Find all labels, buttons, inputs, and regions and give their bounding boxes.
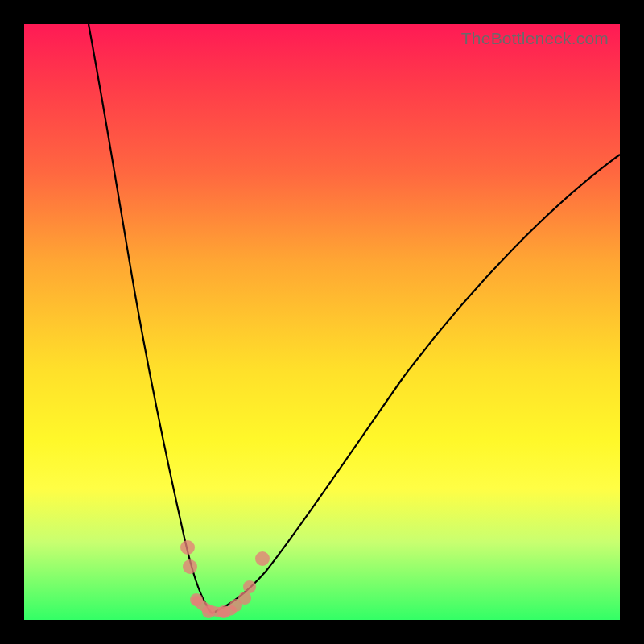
- marker-dot: [217, 605, 230, 618]
- marker-layer: [180, 540, 270, 618]
- marker-dot: [183, 559, 197, 574]
- marker-dot: [238, 592, 251, 605]
- left-branch-curve: [89, 24, 212, 613]
- chart-svg: [24, 24, 620, 620]
- chart-plot-area: TheBottleneck.com: [24, 24, 620, 620]
- curve-layer: [89, 24, 620, 613]
- marker-dot: [255, 551, 270, 566]
- marker-dot: [202, 605, 215, 618]
- right-branch-curve: [212, 155, 620, 613]
- marker-dot: [243, 580, 256, 593]
- marker-dot: [180, 540, 195, 555]
